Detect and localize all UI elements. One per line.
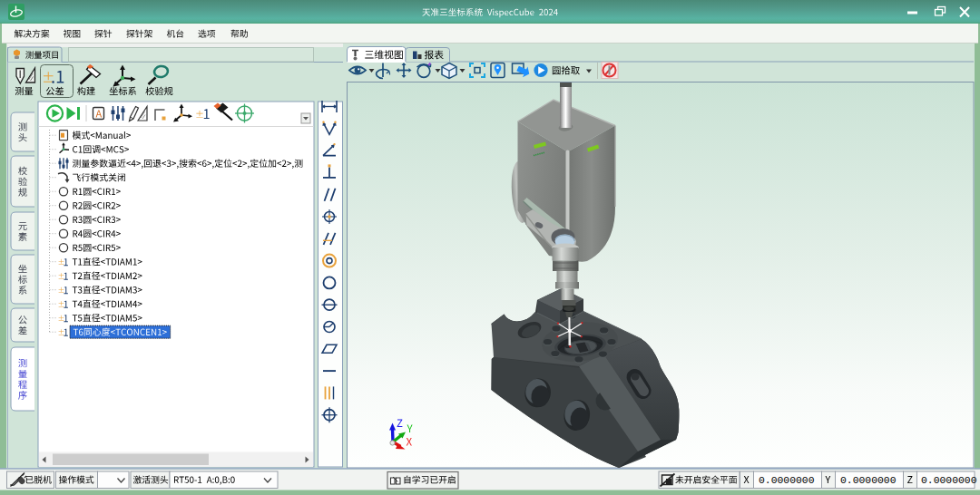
svg-text:0.0000000: 0.0000000 [840,475,897,486]
svg-text:0.0000000: 0.0000000 [759,475,815,486]
svg-text:0.0000000: 0.0000000 [921,475,977,486]
